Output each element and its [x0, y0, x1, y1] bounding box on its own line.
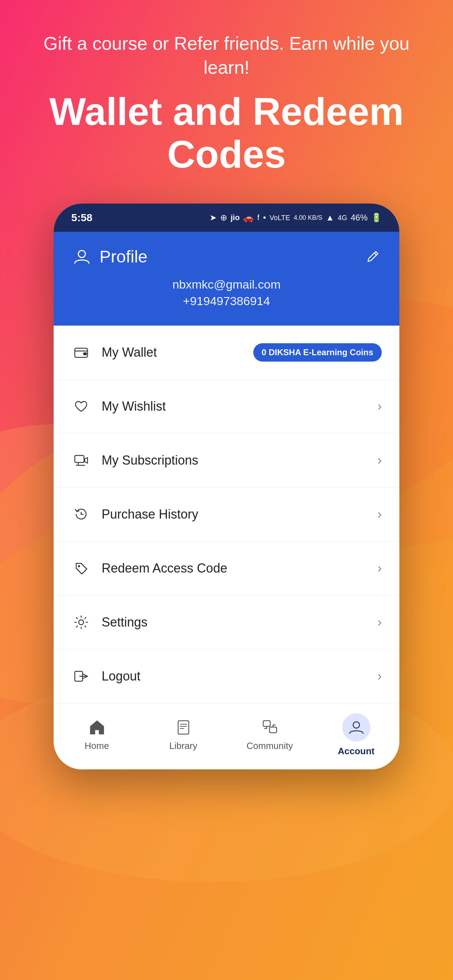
wishlist-label: My Wishlist — [102, 399, 370, 414]
phone-container: 5:58 ➤ ⊕ jio 🚗 f • VoLTE 4.00 KB/S ▲ 4G … — [0, 204, 453, 769]
wishlist-chevron: › — [377, 399, 382, 414]
menu-item-subscriptions[interactable]: My Subscriptions › — [54, 434, 399, 488]
battery-icon: 🔋 — [371, 213, 382, 223]
phone-frame: 5:58 ➤ ⊕ jio 🚗 f • VoLTE 4.00 KB/S ▲ 4G … — [54, 204, 399, 769]
jio-icon: jio — [231, 213, 240, 222]
heart-icon — [71, 396, 91, 416]
fb-icon: f — [257, 213, 259, 222]
gear-icon — [71, 612, 91, 632]
profile-top-row: Profile — [71, 246, 382, 267]
account-label: Account — [338, 746, 375, 757]
menu-list: My Wallet 0 DIKSHA E-Learning Coins My W… — [54, 326, 399, 703]
promo-section: Gift a course or Refer friends. Earn whi… — [0, 0, 453, 196]
edit-button[interactable] — [364, 248, 382, 265]
svg-rect-6 — [83, 352, 87, 355]
promo-subtitle: Gift a course or Refer friends. Earn whi… — [28, 32, 425, 80]
svg-point-14 — [353, 722, 359, 728]
profile-email: nbxmkc@gmail.com — [71, 278, 382, 291]
wifi-icon: ⊕ — [220, 213, 227, 223]
volte-icon: VoLTE — [270, 214, 290, 222]
menu-item-redeem[interactable]: Redeem Access Code › — [54, 541, 399, 595]
nav-item-community[interactable]: Community — [227, 719, 313, 751]
dot-icon: • — [263, 213, 265, 223]
status-icons: ➤ ⊕ jio 🚗 f • VoLTE 4.00 KB/S ▲ 4G 46% 🔋 — [210, 213, 382, 223]
svg-point-8 — [78, 565, 80, 567]
logout-icon — [71, 667, 91, 686]
promo-title: Wallet and Redeem Codes — [28, 90, 425, 175]
nav-item-account[interactable]: Account — [313, 713, 399, 757]
subscriptions-icon — [71, 450, 91, 470]
svg-rect-13 — [270, 727, 277, 733]
speed-icon: 4.00 KB/S — [294, 214, 322, 221]
profile-phone: +919497386914 — [71, 294, 382, 308]
svg-point-9 — [79, 620, 84, 625]
account-icon — [342, 713, 370, 741]
status-time: 5:58 — [71, 212, 92, 224]
community-icon — [261, 719, 279, 736]
redeem-label: Redeem Access Code — [102, 561, 370, 576]
menu-item-purchase-history[interactable]: Purchase History › — [54, 488, 399, 541]
profile-title-row: Profile — [71, 246, 148, 267]
svg-rect-12 — [263, 721, 270, 726]
library-label: Library — [169, 740, 197, 751]
nav-item-home[interactable]: Home — [54, 719, 140, 751]
menu-item-wallet[interactable]: My Wallet 0 DIKSHA E-Learning Coins — [54, 326, 399, 380]
purchase-history-chevron: › — [377, 507, 382, 522]
svg-point-4 — [78, 250, 85, 258]
settings-chevron: › — [377, 615, 382, 630]
wallet-badge: 0 DIKSHA E-Learning Coins — [253, 343, 382, 361]
subscriptions-label: My Subscriptions — [102, 453, 370, 468]
settings-label: Settings — [102, 615, 370, 630]
library-icon — [175, 719, 192, 736]
nav-item-library[interactable]: Library — [140, 719, 227, 751]
purchase-history-label: Purchase History — [102, 507, 370, 522]
network-icon: 4G — [338, 214, 347, 222]
profile-header: Profile nbxmkc@gmail.com +919497386914 — [54, 232, 399, 326]
logout-chevron: › — [377, 669, 382, 684]
history-icon — [71, 504, 91, 524]
status-bar: 5:58 ➤ ⊕ jio 🚗 f • VoLTE 4.00 KB/S ▲ 4G … — [54, 204, 399, 232]
menu-item-logout[interactable]: Logout › — [54, 649, 399, 703]
menu-item-wishlist[interactable]: My Wishlist › — [54, 380, 399, 434]
wallet-label: My Wallet — [102, 345, 253, 360]
signal-icon: ▲ — [326, 213, 334, 223]
battery-level: 46% — [351, 213, 368, 223]
tag-icon — [71, 558, 91, 578]
menu-item-settings[interactable]: Settings › — [54, 595, 399, 649]
subscriptions-chevron: › — [377, 453, 382, 468]
home-icon — [88, 719, 106, 736]
home-label: Home — [85, 740, 109, 751]
car-icon: 🚗 — [243, 213, 254, 223]
profile-title-text: Profile — [100, 247, 148, 266]
profile-user-icon — [71, 246, 92, 267]
location-icon: ➤ — [210, 213, 217, 223]
bottom-nav: Home Library — [54, 703, 399, 769]
community-label: Community — [246, 740, 293, 751]
redeem-chevron: › — [377, 561, 382, 576]
svg-rect-7 — [75, 455, 84, 463]
svg-rect-11 — [178, 721, 189, 734]
wallet-icon — [71, 342, 91, 362]
logout-label: Logout — [102, 669, 370, 684]
